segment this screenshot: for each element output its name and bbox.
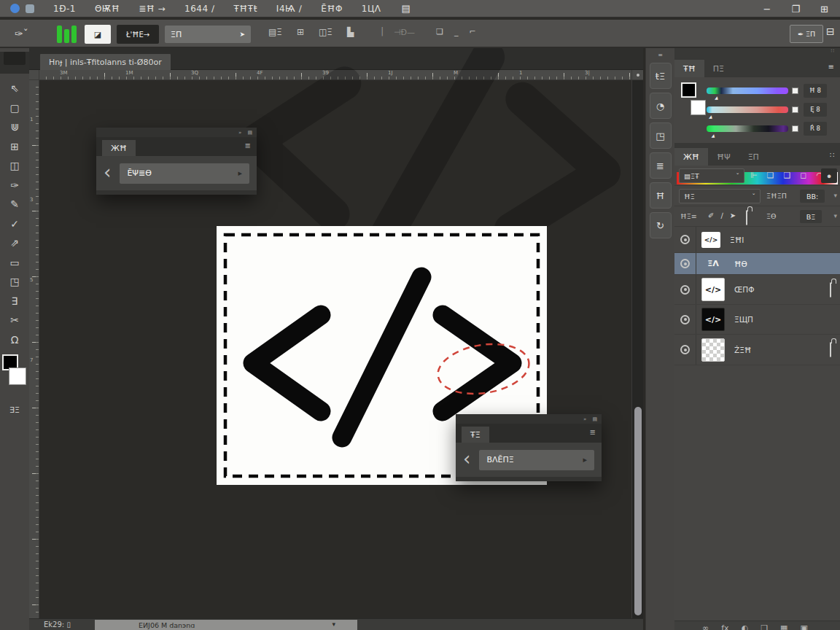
panel-tab[interactable]: ŦΞ xyxy=(462,427,489,443)
menu-item[interactable]: ΘѬĦ xyxy=(95,4,120,14)
tool-icon[interactable]: ✑ xyxy=(10,176,19,196)
slider-checkbox[interactable] xyxy=(792,88,798,94)
panel-mini-icon[interactable]: ▤ xyxy=(247,130,252,136)
tool-icon[interactable]: ✂ xyxy=(10,311,19,331)
print-icon[interactable]: ▤ xyxy=(402,3,411,14)
tool-icon[interactable]: ⇗ xyxy=(10,234,19,254)
filter-type-icon[interactable]: ❏ xyxy=(767,171,774,180)
back-chevron-icon[interactable]: ‹ xyxy=(104,163,111,182)
slider-value-button[interactable]: Ę 8 xyxy=(804,103,827,117)
action-field[interactable]: ΒΛĒΠΞ ▸ xyxy=(479,450,594,470)
tool-icon[interactable]: ▭ xyxy=(9,254,19,273)
foreground-color-swatch[interactable] xyxy=(681,82,696,98)
lock-all-icon[interactable] xyxy=(746,211,747,225)
tab-color[interactable]: ŦĦ xyxy=(674,60,704,77)
fill-value[interactable]: ΒΞ xyxy=(800,210,822,223)
layer-thumbnail[interactable]: ΞΛ xyxy=(701,257,725,271)
options-icon[interactable]: ▙ xyxy=(347,27,354,37)
tab-layers[interactable]: ЖĦ xyxy=(674,148,708,166)
screen-mode-icon[interactable]: ∃Ξ xyxy=(0,405,29,415)
rail-panel-button[interactable]: ◔ xyxy=(650,93,672,119)
panel-menu-icon[interactable]: ≣ xyxy=(245,141,251,149)
lock-option-icon[interactable]: ✐ xyxy=(708,211,714,219)
tool-option-button[interactable]: ◪ xyxy=(85,25,111,44)
scrollbar-button[interactable] xyxy=(632,70,643,80)
options-small-icon[interactable]: _ xyxy=(454,27,459,36)
rail-expand-icon[interactable]: ≡ xyxy=(646,48,674,63)
layers-footer-icon[interactable]: fx xyxy=(721,623,728,630)
menu-item[interactable]: ŦĦŦŧ xyxy=(234,4,257,14)
tab-swatches[interactable]: ΠΞ xyxy=(704,60,733,77)
floating-panel-2[interactable]: »▤ ŦΞ ≣ ‹ ΒΛĒΠΞ ▸ xyxy=(456,414,602,481)
tool-preset-button[interactable]: Ł'ĦE→ xyxy=(117,25,159,44)
tool-icon[interactable]: ▢ xyxy=(9,99,19,119)
layer-thumbnail[interactable] xyxy=(701,338,725,362)
slider-checkbox[interactable] xyxy=(792,125,798,132)
back-chevron-icon[interactable]: ‹ xyxy=(463,449,470,468)
tab-paths[interactable]: ΞΠ xyxy=(739,148,768,166)
color-slider[interactable]: ▲ xyxy=(707,125,788,132)
panel-mini-icon[interactable]: » xyxy=(583,416,586,422)
layer-row[interactable]: </> ΞЩΠ xyxy=(674,305,840,335)
layer-thumbnail[interactable]: </> xyxy=(701,278,725,301)
layers-footer-icon[interactable]: ▣ xyxy=(800,623,807,630)
panel-toggle-icon[interactable]: ⊟ xyxy=(826,26,835,37)
document-tab[interactable]: Hnɟ | inls-Ŧfitolanns ti-Ø80or xyxy=(40,54,171,70)
options-icon[interactable]: ▤Ξ xyxy=(268,27,282,37)
panel-collapse-icon[interactable]: ∷ xyxy=(831,48,834,57)
layer-row[interactable]: </> ŒΠΦ xyxy=(674,275,840,305)
slider-checkbox[interactable] xyxy=(792,106,798,113)
color-slider[interactable]: ▲ xyxy=(707,88,788,94)
menu-item[interactable]: 1Ɖ-1 xyxy=(53,4,76,14)
tool-icon[interactable]: Ω xyxy=(11,331,19,351)
layer-row[interactable]: ŻΞĦ xyxy=(674,335,840,365)
play-arrow-icon[interactable]: ▸ xyxy=(238,168,242,178)
vertical-scrollbar[interactable] xyxy=(631,70,643,618)
layers-footer-icon[interactable]: ◐ xyxy=(742,623,749,630)
filter-type-icon[interactable]: ◻ xyxy=(800,171,806,180)
rail-panel-button[interactable]: ŧΞ xyxy=(650,63,672,89)
blend-mode-dropdown[interactable]: ĦΞ ˇ xyxy=(679,189,761,203)
layers-footer-icon[interactable]: ❏ xyxy=(761,623,768,630)
tool-icon[interactable]: ⋓ xyxy=(10,118,19,138)
tool-icon[interactable]: ◫ xyxy=(9,157,19,176)
layer-filter-dropdown[interactable]: ▤ΞŦ ˇ xyxy=(679,168,744,183)
panel-mini-icon[interactable]: ▤ xyxy=(592,416,597,422)
tool-icon[interactable]: ✎ xyxy=(10,195,19,215)
play-arrow-icon[interactable]: ▸ xyxy=(583,455,587,464)
filter-toggle-button[interactable]: ∙ xyxy=(821,168,837,183)
action-field[interactable]: ĒΨ≣Ѳ ▸ xyxy=(120,163,249,184)
background-color-swatch[interactable] xyxy=(9,368,26,385)
menu-item[interactable]: ≣Ħ → xyxy=(139,4,166,14)
options-small-icon[interactable]: ⌐ xyxy=(469,27,475,36)
tool-icon[interactable]: ◳ xyxy=(9,273,19,292)
panel-menu-icon[interactable]: ≣ xyxy=(590,428,596,436)
menu-item[interactable]: 1ЦΛ xyxy=(362,4,381,14)
visibility-toggle[interactable] xyxy=(674,227,696,252)
layer-row[interactable]: </> ΞĦΙ xyxy=(674,227,840,253)
opacity-end-icon[interactable]: ▾ xyxy=(833,192,837,199)
panel-mini-icon[interactable]: » xyxy=(238,130,241,136)
visibility-toggle[interactable] xyxy=(674,335,696,365)
layers-footer-icon[interactable]: ∞ xyxy=(702,623,709,630)
menu-item[interactable]: 1644 ∕ xyxy=(184,4,214,14)
tool-icon[interactable]: ⊞ xyxy=(10,138,19,158)
mode-dropdown[interactable]: ΞΠ ➤ xyxy=(165,26,251,43)
lock-option-icon[interactable]: ➤ xyxy=(730,211,736,219)
menu-item[interactable]: I4Ѩ ∕ xyxy=(276,4,302,14)
workspace-button[interactable]: ✒ ΞΠ xyxy=(790,25,823,43)
rail-panel-button[interactable]: Ħ xyxy=(650,182,672,209)
opacity-value[interactable]: ΒΒ: xyxy=(800,190,825,203)
tool-icon[interactable]: ∃ xyxy=(12,292,18,312)
active-tool-icon[interactable]: ✑ˇ xyxy=(15,28,28,39)
filter-type-icon[interactable]: ❑ xyxy=(783,171,790,180)
tool-icon[interactable]: ✓ xyxy=(10,215,19,235)
tool-icon[interactable]: ⇖ xyxy=(10,79,19,99)
zoom-level[interactable]: Ek29: ▯ xyxy=(44,621,71,629)
color-slider[interactable]: ▲ xyxy=(707,106,788,113)
rail-panel-button[interactable]: ◳ xyxy=(650,122,672,149)
options-icon[interactable]: ◫Ξ xyxy=(319,27,332,37)
options-small-icon[interactable]: ❏ xyxy=(436,27,443,36)
window-control-button[interactable]: − xyxy=(763,4,771,15)
layer-thumbnail[interactable]: </> xyxy=(701,308,725,331)
